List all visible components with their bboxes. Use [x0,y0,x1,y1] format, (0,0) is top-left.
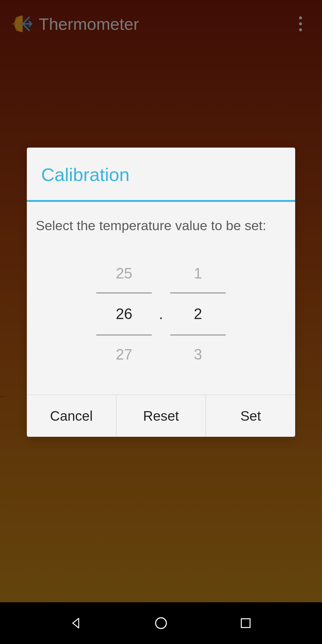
set-button[interactable]: Set [206,395,295,437]
dialog-title: Calibration [41,164,281,185]
back-button[interactable] [68,615,85,631]
picker-prev-value: 25 [96,254,152,292]
svg-point-9 [156,618,166,628]
integer-picker[interactable]: 25 26 27 [96,254,152,374]
picker-next-value: 3 [170,335,226,374]
picker-next-value: 27 [96,335,152,374]
recents-button[interactable] [237,615,254,631]
cancel-button[interactable]: Cancel [27,395,117,437]
picker-prev-value: 1 [170,254,226,292]
svg-rect-10 [241,619,250,627]
calibration-dialog: Calibration Select the temperature value… [27,148,295,437]
decimal-picker[interactable]: 1 2 3 [170,254,226,374]
picker-selected-value: 26 [96,292,152,335]
picker-selected-value: 2 [170,292,226,335]
reset-button[interactable]: Reset [117,395,206,437]
home-button[interactable] [153,615,169,631]
dialog-subtitle: Select the temperature value to be set: [36,218,286,233]
decimal-separator: . [159,305,163,323]
system-navbar [0,602,322,644]
